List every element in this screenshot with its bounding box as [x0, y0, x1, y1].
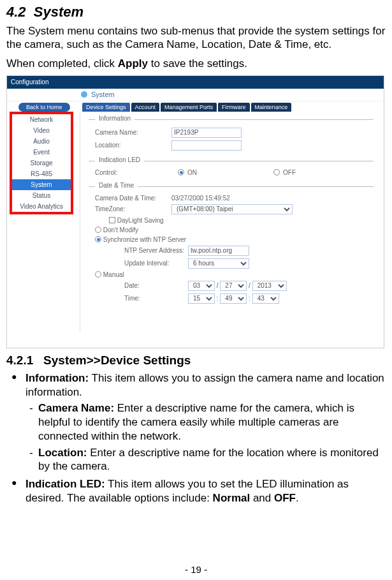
- breadcrumb-dot-icon: [81, 91, 87, 98]
- timezone-label: TimeZone:: [95, 205, 171, 212]
- bullet-list: Information: This item allows you to ass…: [6, 371, 386, 505]
- information-legend: Information: [95, 115, 134, 122]
- page-number: - 19 -: [0, 564, 392, 575]
- ntp-addr-label: NTP Server Address:: [124, 247, 188, 254]
- system-screenshot: Configuration System Device Settings Acc…: [6, 75, 384, 348]
- sidebar-item-event[interactable]: Event: [12, 147, 71, 158]
- radio-off-icon: [273, 169, 280, 175]
- timezone-select[interactable]: (GMT+08:00) Taipei: [171, 204, 293, 214]
- manual-radio[interactable]: Manual: [95, 271, 374, 278]
- sidebar-item-storage[interactable]: Storage: [12, 158, 71, 168]
- sidebar: Network Video Audio Event Storage RS-485…: [10, 112, 73, 214]
- checkbox-icon: [109, 217, 115, 223]
- camera-dt-label: Camera Date & Time:: [95, 195, 171, 202]
- section-number: 4.2: [6, 4, 26, 20]
- subsection-title: System>>Device Settings: [43, 353, 191, 367]
- subsection-heading: 4.2.1 System>>Device Settings: [6, 353, 386, 368]
- breadcrumb-system: System: [91, 91, 115, 98]
- sidebar-item-rs485[interactable]: RS-485: [12, 168, 71, 179]
- manual-date-label: Date:: [124, 282, 188, 289]
- sync-ntp-radio[interactable]: Synchronize with NTP Server: [95, 236, 374, 243]
- update-interval-label: Update Interval:: [124, 260, 188, 267]
- led-on-radio[interactable]: ON: [178, 169, 197, 176]
- content-area: Information Camera Name: Location: Indic…: [83, 113, 379, 344]
- apply-bold: Apply: [118, 57, 148, 70]
- back-to-home-button[interactable]: Back to Home: [18, 103, 70, 112]
- radio-on-icon: [95, 236, 101, 242]
- bullet-indication-led: Indication LED: This item allows you to …: [25, 477, 386, 505]
- tab-maintenance[interactable]: Maintenance: [251, 103, 292, 112]
- radio-icon: [95, 271, 101, 278]
- tab-account[interactable]: Account: [131, 103, 160, 112]
- sidebar-item-status[interactable]: Status: [12, 190, 71, 201]
- location-input[interactable]: [171, 140, 242, 151]
- datetime-fieldset: Date & Time Camera Date & Time: 03/27/20…: [89, 186, 374, 304]
- time-hour-select[interactable]: 15: [188, 294, 215, 304]
- ntp-addr-input[interactable]: [188, 246, 249, 256]
- daylight-saving-row[interactable]: DayLight Saving: [109, 217, 374, 224]
- sidebar-item-audio[interactable]: Audio: [12, 136, 71, 147]
- section-heading: 4.2 System: [6, 4, 386, 20]
- indication-led-fieldset: Indication LED Control: ON OFF: [89, 161, 374, 176]
- update-interval-select[interactable]: 6 hours: [188, 258, 249, 269]
- indication-led-bold: Indication LED:: [25, 478, 105, 490]
- vertical-divider: [80, 113, 80, 331]
- section-title-text: System: [34, 4, 83, 20]
- tab-device-settings[interactable]: Device Settings: [82, 103, 130, 112]
- radio-on-icon: [178, 169, 184, 175]
- location-label: Location:: [95, 142, 171, 149]
- tab-firmware[interactable]: Firmware: [218, 103, 250, 112]
- indication-led-legend: Indication LED: [95, 156, 144, 163]
- daylight-label: DayLight Saving: [117, 217, 164, 224]
- control-label: Control:: [95, 169, 171, 176]
- led-off-radio[interactable]: OFF: [273, 169, 296, 176]
- section-para-2: When completed, click Apply to save the …: [6, 57, 386, 70]
- date-month-select[interactable]: 03: [188, 281, 215, 291]
- bullet-information: Information: This item allows you to ass…: [25, 371, 386, 473]
- dash-location: Location: Enter a descriptive name for t…: [38, 446, 386, 474]
- information-fieldset: Information Camera Name: Location:: [89, 119, 374, 151]
- sidebar-item-system[interactable]: System: [12, 179, 71, 190]
- tab-management-ports[interactable]: Management Ports: [161, 103, 217, 112]
- subsection-number: 4.2.1: [6, 353, 33, 367]
- time-min-select[interactable]: 49: [220, 294, 247, 304]
- manual-time-label: Time:: [124, 295, 188, 302]
- dont-modify-radio[interactable]: Don't Modify: [95, 227, 374, 234]
- radio-icon: [95, 227, 101, 233]
- config-header-bar: Configuration: [7, 76, 384, 89]
- sidebar-item-network[interactable]: Network: [12, 114, 71, 125]
- information-bold: Information:: [25, 372, 89, 384]
- config-label: Configuration: [11, 78, 48, 86]
- date-day-select[interactable]: 27: [220, 281, 247, 291]
- camera-name-input[interactable]: [171, 128, 242, 138]
- camera-dt-value: 03/27/2000 15:49:52: [171, 195, 230, 202]
- sidebar-item-video-analytics[interactable]: Video Analytics: [12, 201, 71, 212]
- location-bold: Location:: [38, 447, 87, 459]
- camera-name-label: Camera Name:: [95, 129, 171, 136]
- date-year-select[interactable]: 2013: [252, 281, 287, 291]
- time-sec-select[interactable]: 43: [252, 294, 279, 304]
- sidebar-item-video[interactable]: Video: [12, 125, 71, 136]
- camera-name-bold: Camera Name:: [38, 402, 114, 414]
- datetime-legend: Date & Time: [95, 182, 138, 189]
- dash-camera-name: Camera Name: Enter a descriptive name fo…: [38, 401, 386, 443]
- breadcrumb: System: [7, 89, 384, 101]
- section-para-1: The System menu contains two sub-menus t…: [6, 24, 386, 52]
